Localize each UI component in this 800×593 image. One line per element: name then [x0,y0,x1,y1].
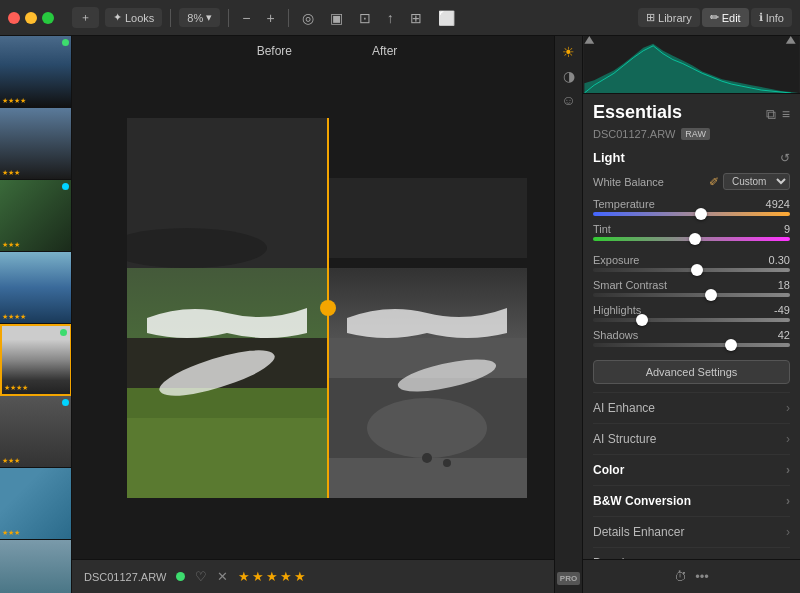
divider3 [288,9,289,27]
more-icon[interactable]: ••• [695,569,709,584]
smart-contrast-thumb[interactable] [705,289,717,301]
info-tab[interactable]: ℹ Info [751,8,792,27]
thumbnail-3[interactable]: ★★★ [0,180,72,252]
face-icon[interactable]: ☺ [561,92,575,108]
tint-thumb[interactable] [689,233,701,245]
library-icon: ⊞ [646,11,655,24]
split-handle[interactable] [320,300,336,316]
light-section-header[interactable]: Light ↺ [593,150,790,165]
highlights-value: -49 [774,304,790,316]
main-area: ★★★★ ★★★ ★★★ ★★★★ ★★★★ ★★★ ★★★ ★★★ Befor… [0,36,800,593]
looks-icon: ✦ [113,11,122,24]
share-button[interactable]: ↑ [382,7,399,29]
thumbnail-4[interactable]: ★★★★ [0,252,72,324]
thumbnail-2[interactable]: ★★★ [0,108,72,180]
thumbnail-1[interactable]: ★★★★ [0,36,72,108]
light-title: Light [593,150,625,165]
ai-enhance-section[interactable]: AI Enhance › [593,392,790,423]
split-image[interactable] [127,118,527,498]
ai-structure-section[interactable]: AI Structure › [593,423,790,454]
reject-button[interactable]: ✕ [217,569,228,584]
maximize-button[interactable] [42,12,54,24]
advanced-settings-button[interactable]: Advanced Settings [593,360,790,384]
crop-button[interactable]: ⊡ [354,7,376,29]
reset-icon[interactable]: ↺ [780,151,790,165]
thumbnail-6[interactable]: ★★★ [0,396,72,468]
exposure-thumb[interactable] [691,264,703,276]
minus-button[interactable]: − [237,7,255,29]
right-panel: Essentials ⧉ ≡ DSC01127.ARW RAW Light ↺ … [582,36,800,593]
dot-indicator [60,329,67,336]
filmstrip[interactable]: ★★★★ ★★★ ★★★ ★★★★ ★★★★ ★★★ ★★★ ★★★ [0,36,72,593]
shadows-thumb[interactable] [725,339,737,351]
temperature-control: Temperature 4924 [593,198,790,216]
svg-rect-6 [327,178,527,258]
tint-slider[interactable] [593,237,790,241]
layers-icon[interactable]: ⧉ [766,106,776,123]
thumbnail-8[interactable]: ★★★ [0,540,72,593]
smart-contrast-control: Smart Contrast 18 [593,279,790,297]
temperature-thumb[interactable] [695,208,707,220]
highlights-thumb[interactable] [636,314,648,326]
bottom-bar: DSC01127.ARW ♡ ✕ ★ ★ ★ ★ ★ 🗑 [72,559,582,593]
color-icon[interactable]: ◑ [563,68,575,84]
chevron-right-icon: › [786,525,790,539]
smart-contrast-label: Smart Contrast [593,279,667,291]
highlights-slider[interactable] [593,318,790,322]
star-2[interactable]: ★ [252,569,264,584]
split-view-button[interactable]: ▣ [325,7,348,29]
star-1[interactable]: ★ [238,569,250,584]
thumb-stars: ★★★★ [2,313,26,321]
dot-indicator [62,183,69,190]
panel-content[interactable]: Essentials ⧉ ≡ DSC01127.ARW RAW Light ↺ … [583,94,800,559]
image-container [72,36,582,559]
shadows-label: Shadows [593,329,638,341]
color-section[interactable]: Color › [593,454,790,485]
zoom-control[interactable]: 8% ▾ [179,8,220,27]
divider2 [228,9,229,27]
sliders-icon[interactable]: ≡ [782,106,790,123]
thumb-stars: ★★★★ [2,97,26,105]
star-5[interactable]: ★ [294,569,306,584]
star-rating[interactable]: ★ ★ ★ ★ ★ [238,569,306,584]
close-button[interactable] [8,12,20,24]
temperature-label: Temperature [593,198,655,210]
wb-control[interactable]: ✐ Custom Auto Daylight [709,173,790,190]
after-image [327,118,527,498]
minimize-button[interactable] [25,12,37,24]
plus-button[interactable]: + [261,7,279,29]
split-line[interactable] [327,118,329,498]
thumbnail-7[interactable]: ★★★ [0,468,72,540]
preview-button[interactable]: ◎ [297,7,319,29]
history-icon[interactable]: ⏱ [674,569,687,584]
star-4[interactable]: ★ [280,569,292,584]
smart-contrast-slider[interactable] [593,293,790,297]
thumb-stars: ★★★★ [4,384,28,392]
sun-icon[interactable]: ☀ [562,44,575,60]
fullscreen-button[interactable]: ⬜ [433,7,460,29]
histogram-svg [583,36,800,93]
exposure-slider[interactable] [593,268,790,272]
icon-strip: ☀ ◑ ☺ PRO [554,36,582,593]
bw-conversion-section[interactable]: B&W Conversion › [593,485,790,516]
denoise-section[interactable]: Denoise › [593,547,790,559]
looks-button[interactable]: ✦ Looks [105,8,162,27]
eyedropper-icon[interactable]: ✐ [709,175,719,189]
toolbar: ＋ ✦ Looks 8% ▾ − + ◎ ▣ ⊡ ↑ ⊞ ⬜ ⊞ Library… [0,0,800,36]
thumbnail-5[interactable]: ★★★★ [0,324,72,396]
details-enhancer-section[interactable]: Details Enhancer › [593,516,790,547]
wb-dropdown[interactable]: Custom Auto Daylight [723,173,790,190]
shadows-control: Shadows 42 [593,329,790,347]
chevron-down-icon: ▾ [206,11,212,24]
star-3[interactable]: ★ [266,569,278,584]
temperature-slider[interactable] [593,212,790,216]
add-button[interactable]: ＋ [72,7,99,28]
edit-tab[interactable]: ✏ Edit [702,8,749,27]
after-image-svg [327,118,527,498]
heart-button[interactable]: ♡ [195,569,207,584]
svg-point-9 [367,398,487,458]
grid-button[interactable]: ⊞ [405,7,427,29]
shadows-slider[interactable] [593,343,790,347]
library-tab[interactable]: ⊞ Library [638,8,700,27]
traffic-lights [8,12,54,24]
